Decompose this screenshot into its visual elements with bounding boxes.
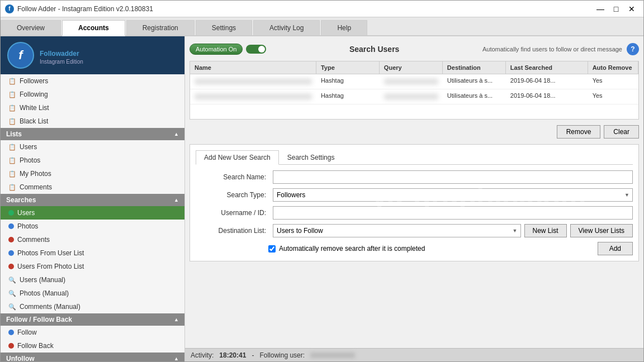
activity-separator: - <box>252 351 254 359</box>
status-bar: Activity: 18:20:41 - Following user: <box>185 348 643 361</box>
sidebar-item-follow[interactable]: Follow <box>1 326 184 339</box>
title-controls: — □ ✕ <box>593 3 639 15</box>
tab-activity-log[interactable]: Activity Log <box>253 20 320 35</box>
app-icon: f <box>5 4 14 13</box>
sidebar-item-photos-from-user-list[interactable]: Photos From User List <box>1 246 184 260</box>
auto-remove-checkbox[interactable] <box>268 245 276 253</box>
sidebar-item-label: Following <box>20 90 48 98</box>
section-arrow: ▲ <box>174 197 179 203</box>
new-list-button[interactable]: New List <box>524 224 567 237</box>
sidebar-item-photos-search[interactable]: Photos <box>1 220 184 233</box>
tab-settings[interactable]: Settings <box>196 20 252 35</box>
username-id-label: Username / ID: <box>196 209 268 217</box>
sidebar-item-photos-list[interactable]: 📋 Photos <box>1 154 184 167</box>
destination-row: Users to Follow White List Black List Ne… <box>273 224 633 237</box>
tab-search-settings[interactable]: Search Settings <box>279 150 343 164</box>
search-type-select[interactable]: Followers Following Hashtag Location Lik… <box>273 188 633 202</box>
activity-time: 18:20:41 <box>219 351 246 359</box>
dot-icon <box>8 250 14 256</box>
activity-user <box>310 353 355 358</box>
logo-icon: f <box>7 42 34 69</box>
activity-label: Activity: <box>191 351 214 359</box>
username-id-input[interactable] <box>273 206 633 220</box>
cell-destination: Utilisateurs à s... <box>443 89 506 104</box>
section-searches[interactable]: Searches ▲ <box>1 194 184 206</box>
tab-overview[interactable]: Overview <box>1 20 61 35</box>
cell-auto-remove: Yes <box>588 74 638 89</box>
clear-button[interactable]: Clear <box>604 125 639 139</box>
sidebar-item-myphotos-list[interactable]: 📋 My Photos <box>1 167 184 180</box>
sidebar-item-following[interactable]: 📋 Following <box>1 88 184 101</box>
sidebar: f Followadder Instagram Edition 📋 Follow… <box>1 36 185 361</box>
sidebar-item-photos-manual[interactable]: 🔍 Photos (Manual) <box>1 287 184 300</box>
close-button[interactable]: ✕ <box>624 3 639 15</box>
sidebar-item-blacklist[interactable]: 📋 Black List <box>1 115 184 128</box>
tab-registration[interactable]: Registration <box>126 20 195 35</box>
cell-query <box>380 89 443 104</box>
list-icon: 📋 <box>8 77 16 85</box>
search-icon: 🔍 <box>8 289 16 297</box>
form-tabs: Add New User Search Search Settings <box>196 150 633 165</box>
list-icon: 📋 <box>8 104 16 112</box>
sidebar-nav: 📋 Followers 📋 Following 📋 White List 📋 B… <box>1 74 184 361</box>
title-bar: f Follow Adder - Instagram Edition v2.0.… <box>1 1 643 17</box>
destination-select[interactable]: Users to Follow White List Black List <box>273 224 521 237</box>
panel-title: Search Users <box>266 45 482 54</box>
sidebar-item-users-list[interactable]: 📋 Users <box>1 140 184 154</box>
sidebar-item-label: Photos <box>20 156 40 164</box>
tab-add-new-search[interactable]: Add New User Search <box>196 150 279 165</box>
tab-help[interactable]: Help <box>321 20 367 35</box>
cell-type: Hashtag <box>316 89 380 104</box>
sidebar-item-label: Users (Manual) <box>20 276 65 284</box>
section-unfollow[interactable]: Unfollow ▲ <box>1 353 184 361</box>
sidebar-item-label: Comments (Manual) <box>20 303 80 311</box>
cell-type: Hashtag <box>316 74 380 89</box>
col-destination: Destination <box>443 61 506 74</box>
help-button[interactable]: ? <box>627 43 639 55</box>
sidebar-item-label: Comments <box>17 236 50 244</box>
col-name: Name <box>190 61 316 74</box>
section-lists[interactable]: Lists ▲ <box>1 128 184 140</box>
table-row[interactable]: Hashtag Utilisateurs à s... 2019-06-04 1… <box>190 89 638 104</box>
view-user-lists-button[interactable]: View User Lists <box>570 224 633 237</box>
minimize-button[interactable]: — <box>593 3 608 15</box>
sidebar-item-follow-back[interactable]: Follow Back <box>1 339 184 353</box>
window-title: Follow Adder - Instagram Edition v2.0.18… <box>17 5 153 13</box>
sidebar-item-label: Users From Photo List <box>17 263 84 270</box>
cell-auto-remove: Yes <box>588 89 638 104</box>
table-header: Name Type Query Destination Last Searche… <box>190 61 638 74</box>
section-arrow: ▲ <box>174 356 179 361</box>
cell-destination: Utilisateurs à s... <box>443 74 506 89</box>
sidebar-item-comments-list[interactable]: 📋 Comments <box>1 180 184 194</box>
sidebar-item-comments-search[interactable]: Comments <box>1 233 184 246</box>
tab-accounts[interactable]: Accounts <box>62 20 125 36</box>
list-icon: 📋 <box>8 90 16 98</box>
col-query: Query <box>380 61 443 74</box>
right-panel: Automation On Search Users Automatically… <box>185 36 643 348</box>
list-icon: 📋 <box>8 156 16 164</box>
sidebar-item-users-search[interactable]: Users <box>1 206 184 220</box>
toggle-switch[interactable] <box>246 45 266 54</box>
remove-button[interactable]: Remove <box>557 125 601 139</box>
col-last-searched: Last Searched <box>506 61 588 74</box>
sidebar-item-whitelist[interactable]: 📋 White List <box>1 101 184 115</box>
list-icon: 📋 <box>8 170 16 178</box>
sidebar-item-comments-manual[interactable]: 🔍 Comments (Manual) <box>1 300 184 313</box>
panel-subtitle: Automatically find users to follow or di… <box>482 46 622 53</box>
section-arrow: ▲ <box>174 131 179 137</box>
add-button[interactable]: Add <box>598 242 633 255</box>
auto-remove-label: Automatically remove search after it is … <box>279 245 425 253</box>
automation-toggle: Automation On <box>190 44 266 55</box>
automation-on-button[interactable]: Automation On <box>190 44 243 55</box>
cell-name <box>190 74 316 89</box>
sidebar-item-users-from-photo-list[interactable]: Users From Photo List <box>1 260 184 273</box>
section-follow-followback[interactable]: Follow / Follow Back ▲ <box>1 313 184 326</box>
search-name-input[interactable] <box>273 170 633 184</box>
sidebar-item-followers[interactable]: 📋 Followers <box>1 74 184 88</box>
table-actions: Remove Clear <box>190 123 639 141</box>
maximize-button[interactable]: □ <box>609 3 623 15</box>
main-content: f Followadder Instagram Edition 📋 Follow… <box>1 36 643 361</box>
sidebar-item-users-manual[interactable]: 🔍 Users (Manual) <box>1 273 184 287</box>
table-row[interactable]: Hashtag Utilisateurs à s... 2019-06-04 1… <box>190 74 638 89</box>
logo-subtitle: Instagram Edition <box>40 59 83 65</box>
